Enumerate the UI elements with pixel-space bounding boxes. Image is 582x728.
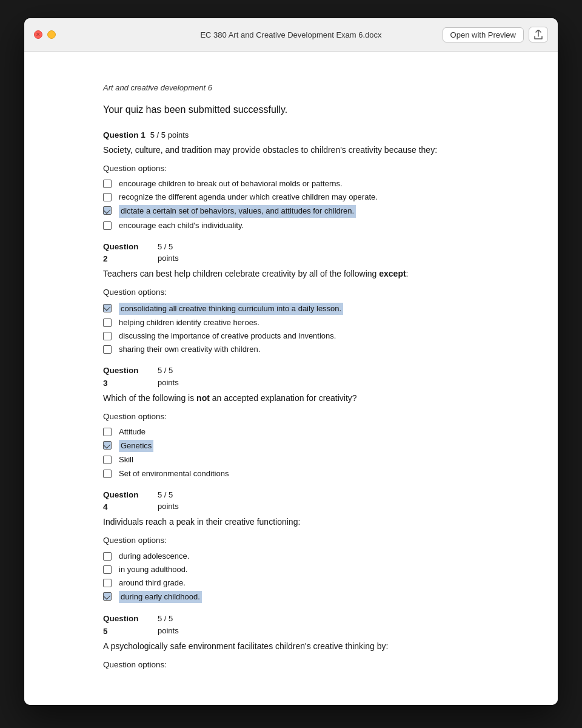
titlebar-actions: Open with Preview	[443, 27, 548, 42]
option-1-1-checkbox	[103, 180, 112, 188]
open-preview-button[interactable]: Open with Preview	[443, 27, 524, 42]
question-3-text-post: an accepted explanation for creativity?	[210, 393, 357, 403]
question-2-text: Teachers can best help children celebrat…	[103, 268, 509, 280]
option-2-2-text: helping children identify creative heroe…	[119, 317, 259, 328]
option-2-1-checkbox	[103, 304, 112, 312]
option-4-1-checkbox	[103, 552, 112, 561]
question-5: Question5 5 / 5points A psychologically …	[103, 613, 509, 671]
question-2-options-label: Question options:	[103, 286, 509, 298]
option-2-4-text: sharing their own creativity with childr…	[119, 344, 260, 355]
list-item: sharing their own creativity with childr…	[103, 344, 509, 355]
question-4-header: Question4 5 / 5points	[103, 489, 509, 514]
option-4-3-text: around third grade.	[119, 578, 186, 588]
question-3-score: 5 / 5points	[158, 365, 509, 389]
option-4-4-text: during early childhood.	[119, 591, 202, 603]
question-1: Question 1 5 / 5 points Society, culture…	[103, 129, 509, 231]
option-3-1-text: Attitude	[119, 426, 146, 437]
submitted-text: Your quiz has been submitted successfull…	[103, 103, 509, 117]
option-4-4-checkbox	[103, 592, 112, 601]
option-3-2-checkbox	[103, 441, 112, 450]
question-4-options-label: Question options:	[103, 534, 509, 547]
option-4-1-text: during adolescence.	[119, 551, 189, 562]
option-1-3-checkbox	[103, 206, 112, 215]
list-item: during adolescence.	[103, 551, 509, 562]
question-3-text: Which of the following is not an accepte…	[103, 392, 509, 405]
question-3-options-label: Question options:	[103, 411, 509, 423]
window-title: EC 380 Art and Creative Development Exam…	[200, 30, 381, 39]
share-icon	[534, 30, 543, 39]
question-3: Question3 5 / 5points Which of the follo…	[103, 365, 509, 479]
option-2-2-checkbox	[103, 318, 112, 327]
question-4-score: 5 / 5points	[158, 489, 509, 514]
question-1-options-label: Question options:	[103, 163, 509, 175]
list-item: Attitude	[103, 426, 509, 437]
question-2: Question2 5 / 5points Teachers can best …	[103, 241, 509, 356]
list-item: around third grade.	[103, 578, 509, 588]
traffic-lights: ✕	[34, 30, 56, 39]
option-1-2-checkbox	[103, 193, 112, 201]
question-3-header: Question3 5 / 5points	[103, 365, 509, 389]
question-3-text-pre: Which of the following is	[103, 393, 196, 403]
share-button[interactable]	[529, 27, 548, 42]
option-2-3-text: discussing the importance of creative pr…	[119, 331, 336, 342]
window: ✕ EC 380 Art and Creative Development Ex…	[24, 18, 558, 705]
question-4: Question4 5 / 5points Individuals reach …	[103, 489, 509, 604]
option-1-4-text: encourage each child's individuality.	[119, 220, 244, 231]
question-3-text-bold: not	[196, 393, 210, 403]
question-5-text: A psychologically safe environment facil…	[103, 640, 509, 653]
question-5-header: Question5 5 / 5points	[103, 613, 509, 638]
question-1-header: Question 1 5 / 5 points	[103, 129, 509, 141]
content-area: Art and creative development 6 Your quiz…	[24, 52, 558, 705]
question-1-label: Question 1	[103, 129, 146, 141]
list-item: consolidating all creative thinking curr…	[103, 303, 509, 315]
list-item: encourage children to break out of behav…	[103, 178, 509, 189]
titlebar: ✕ EC 380 Art and Creative Development Ex…	[24, 18, 558, 52]
question-5-options-label: Question options:	[103, 659, 509, 671]
list-item: Genetics	[103, 440, 509, 452]
question-2-text-pre: Teachers can best help children celebrat…	[103, 269, 379, 278]
option-4-3-checkbox	[103, 579, 112, 587]
question-2-text-bold: except	[379, 269, 406, 278]
option-3-2-text: Genetics	[119, 440, 153, 452]
option-2-1-text: consolidating all creative thinking curr…	[119, 303, 343, 315]
option-1-4-checkbox	[103, 221, 112, 230]
question-4-label: Question4	[103, 489, 158, 514]
option-2-4-checkbox	[103, 345, 112, 354]
question-2-label: Question2	[103, 241, 158, 266]
list-item: discussing the importance of creative pr…	[103, 331, 509, 342]
option-3-3-text: Skill	[119, 454, 133, 465]
list-item: in young adulthood.	[103, 564, 509, 575]
minimize-button[interactable]	[47, 30, 56, 39]
option-4-2-text: in young adulthood.	[119, 564, 187, 575]
list-item: Skill	[103, 454, 509, 465]
list-item: encourage each child's individuality.	[103, 220, 509, 231]
option-3-3-checkbox	[103, 456, 112, 464]
option-3-1-checkbox	[103, 428, 112, 436]
question-5-label: Question5	[103, 613, 158, 638]
question-2-score: 5 / 5points	[158, 241, 509, 266]
question-4-text: Individuals reach a peak in their creati…	[103, 516, 509, 528]
list-item: Set of environmental conditions	[103, 468, 509, 479]
question-3-label: Question3	[103, 365, 158, 389]
list-item: dictate a certain set of behaviors, valu…	[103, 205, 509, 217]
list-item: helping children identify creative heroe…	[103, 317, 509, 328]
option-1-1-text: encourage children to break out of behav…	[119, 178, 343, 189]
list-item: recognize the different agenda under whi…	[103, 192, 509, 203]
question-5-score: 5 / 5points	[158, 613, 509, 638]
question-2-header: Question2 5 / 5points	[103, 241, 509, 266]
option-3-4-checkbox	[103, 470, 112, 478]
question-2-text-post: :	[406, 269, 409, 278]
option-3-4-text: Set of environmental conditions	[119, 468, 229, 479]
option-2-3-checkbox	[103, 332, 112, 340]
option-1-3-text: dictate a certain set of behaviors, valu…	[119, 205, 356, 217]
question-1-text: Society, culture, and tradition may prov…	[103, 144, 509, 157]
question-1-score: 5 / 5 points	[150, 129, 189, 141]
close-button[interactable]: ✕	[34, 30, 42, 39]
option-1-2-text: recognize the different agenda under whi…	[119, 192, 378, 203]
option-4-2-checkbox	[103, 565, 112, 574]
doc-subtitle: Art and creative development 6	[103, 82, 509, 94]
list-item: during early childhood.	[103, 591, 509, 603]
